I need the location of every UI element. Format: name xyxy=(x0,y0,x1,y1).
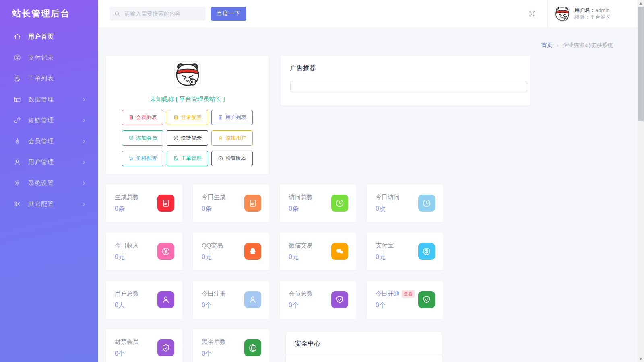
view-badge[interactable]: 查看 xyxy=(402,290,415,298)
clock-icon xyxy=(331,195,348,212)
profile-button-label: 价格配置 xyxy=(136,155,157,162)
fullscreen-expand-icon[interactable] xyxy=(528,10,537,18)
profile-button-label: 检查版本 xyxy=(225,155,246,162)
yen-circle-icon xyxy=(13,53,21,62)
breadcrumb-separator: › xyxy=(557,42,558,48)
stat-value: 0条 xyxy=(115,205,139,213)
gauge-icon xyxy=(218,156,223,161)
search-input[interactable] xyxy=(124,10,202,17)
ad-input[interactable] xyxy=(290,81,527,92)
stat-label: 封禁会员 xyxy=(115,338,139,346)
sidebar-item-短链管理[interactable]: 短链管理 xyxy=(0,110,98,131)
person-icon xyxy=(218,135,223,141)
stat-card-封禁会员: 封禁会员0个 xyxy=(106,329,182,362)
stat-card-访问总数: 访问总数0条 xyxy=(280,184,356,222)
ad-card: 广告推荐 xyxy=(281,56,530,105)
sidebar-item-其它配置[interactable]: 其它配置 xyxy=(0,193,98,214)
sidebar-item-工单列表[interactable]: 工单列表 xyxy=(0,68,98,89)
user-meta: 用户名：admin 权限：平台站长 xyxy=(574,7,611,21)
stat-label: 微信交易 xyxy=(289,242,313,249)
chevron-right-icon xyxy=(82,160,86,165)
scroll-down-arrow-icon[interactable] xyxy=(637,355,644,362)
stats-grid-row4: 封禁会员0个黑名单数0个 xyxy=(106,329,269,362)
stat-card-生成总数: 生成总数0条 xyxy=(106,184,182,222)
profile-button-价格配置[interactable]: 价格配置 xyxy=(122,151,163,166)
yen-circle-icon xyxy=(157,243,174,260)
profile-button-label: 登录配置 xyxy=(181,114,202,121)
sidebar-item-label: 会员管理 xyxy=(28,138,54,145)
header: 百度一下 用户名：admin 权限：平台站长 xyxy=(98,0,637,28)
link-icon xyxy=(13,116,21,124)
app-title: 站长管理后台 xyxy=(0,0,98,20)
ad-card-title: 广告推荐 xyxy=(281,56,530,72)
scrollbar[interactable] xyxy=(637,0,644,362)
header-right: 用户名：admin 权限：平台站长 xyxy=(528,0,637,27)
profile-button-添加用户[interactable]: 添加用户 xyxy=(211,130,253,146)
username-value: admin xyxy=(595,7,609,13)
baidu-search-button[interactable]: 百度一下 xyxy=(211,7,246,21)
stat-card-今日注册: 今日注册0个 xyxy=(193,281,269,319)
dollar-circle-icon xyxy=(418,243,435,260)
stat-value: 0元 xyxy=(289,253,313,261)
stat-card-黑名单数: 黑名单数0个 xyxy=(193,329,269,362)
plus-circle-icon xyxy=(173,135,179,141)
shield-check-icon xyxy=(128,135,134,141)
stat-label: 今日收入 xyxy=(115,242,139,249)
profile-button-工单管理[interactable]: 工单管理 xyxy=(167,151,208,166)
stat-label: 今日生成 xyxy=(202,193,226,201)
sidebar-item-会员管理[interactable]: 会员管理 xyxy=(0,131,98,152)
profile-button-用户列表[interactable]: 用户列表 xyxy=(211,110,253,125)
stat-card-支付宝: 支付宝0元 xyxy=(367,232,443,270)
breadcrumb-home-link[interactable]: 首页 xyxy=(541,42,553,48)
stat-card-用户总数: 用户总数0人 xyxy=(106,281,182,319)
user-icon xyxy=(13,158,21,166)
profile-button-快捷登录[interactable]: 快捷登录 xyxy=(167,130,208,146)
stat-value: 0个 xyxy=(376,301,415,310)
user-icon xyxy=(244,291,261,308)
chevron-right-icon xyxy=(82,97,86,102)
profile-button-会员列表[interactable]: 会员列表 xyxy=(122,110,163,125)
profile-button-label: 会员列表 xyxy=(136,114,157,121)
chevron-right-icon xyxy=(82,202,86,206)
profile-button-label: 工单管理 xyxy=(181,155,202,162)
sidebar-item-系统设置[interactable]: 系统设置 xyxy=(0,173,98,193)
user-icon xyxy=(157,291,174,308)
scroll-up-arrow-icon[interactable] xyxy=(637,0,644,7)
sidebar-item-用户首页[interactable]: 用户首页 xyxy=(0,26,98,47)
profile-button-添加会员[interactable]: 添加会员 xyxy=(122,130,163,146)
stat-label: QQ交易 xyxy=(202,242,223,249)
sidebar-item-用户管理[interactable]: 用户管理 xyxy=(0,152,98,173)
ticket-icon xyxy=(13,74,21,82)
sidebar-menu: 用户首页支付记录工单列表数据管理短链管理会员管理用户管理系统设置其它配置 xyxy=(0,26,98,214)
sidebar-item-label: 工单列表 xyxy=(28,75,54,82)
user-menu[interactable]: 用户名：admin 权限：平台站长 xyxy=(547,0,637,27)
main-content: 首页›企业猫源码防洪系统 未知昵称 [ 平台管理员站长 ] 会员列表登录配置用户… xyxy=(98,27,637,362)
globe-icon xyxy=(244,339,261,356)
stat-label: 用户总数 xyxy=(115,290,139,298)
sidebar-item-label: 用户首页 xyxy=(28,33,54,41)
ticket-icon xyxy=(173,156,179,161)
sidebar: 站长管理后台 用户首页支付记录工单列表数据管理短链管理会员管理用户管理系统设置其… xyxy=(0,0,98,362)
profile-card: 未知昵称 [ 平台管理员站长 ] 会员列表登录配置用户列表添加会员快捷登录添加用… xyxy=(106,56,269,174)
username-label: 用户名： xyxy=(574,7,595,13)
shield-check-icon xyxy=(331,291,348,308)
sidebar-item-支付记录[interactable]: 支付记录 xyxy=(0,47,98,68)
stat-value: 0个 xyxy=(115,350,139,358)
sidebar-item-数据管理[interactable]: 数据管理 xyxy=(0,89,98,110)
stat-value: 0个 xyxy=(289,301,313,310)
profile-button-label: 添加用户 xyxy=(225,134,246,142)
stat-value: 0元 xyxy=(202,253,223,261)
file-icon xyxy=(218,115,223,120)
profile-button-登录配置[interactable]: 登录配置 xyxy=(167,110,208,125)
scrollbar-thumb[interactable] xyxy=(638,7,644,121)
wechat-icon xyxy=(331,243,348,260)
search-icon xyxy=(114,10,121,17)
stat-label: 会员总数 xyxy=(289,290,313,298)
stat-label[interactable]: 今日开通查看 xyxy=(376,290,415,298)
chevron-right-icon xyxy=(82,139,86,144)
profile-button-检查版本[interactable]: 检查版本 xyxy=(211,151,253,166)
stat-card-会员总数: 会员总数0个 xyxy=(280,281,356,319)
stat-card-微信交易: 微信交易0元 xyxy=(280,232,356,270)
stat-label: 支付宝 xyxy=(376,242,394,249)
stat-value: 0次 xyxy=(376,205,400,213)
